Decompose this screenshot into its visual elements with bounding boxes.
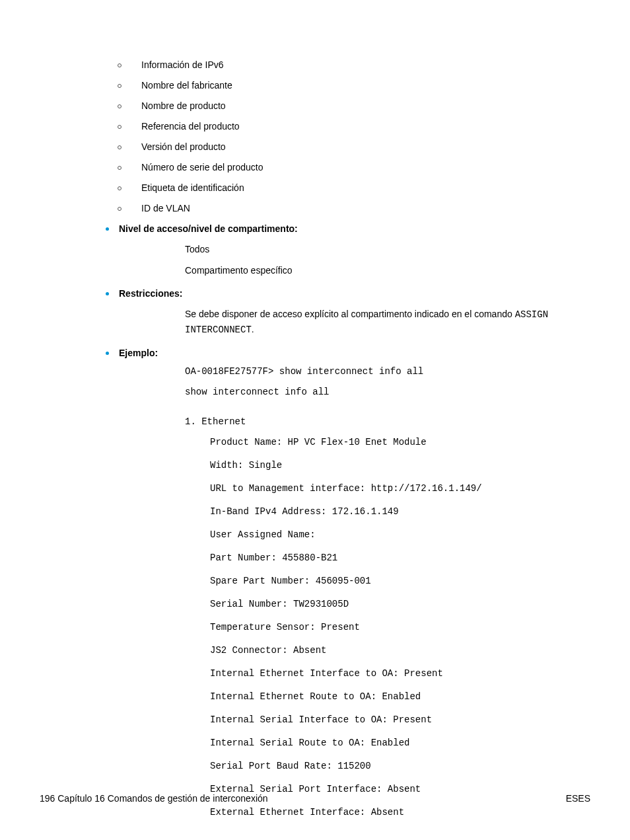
footer-right: ESES: [566, 793, 590, 804]
main-item-access: Nivel de acceso/nivel de compartimento: …: [106, 223, 590, 278]
example-detail: Spare Part Number: 456095-001: [210, 574, 590, 588]
example-detail: Product Name: HP VC Flex-10 Enet Module: [210, 436, 590, 449]
restrictions-content: Se debe disponer de acceso explícito al …: [185, 307, 590, 338]
section-title: Restricciones:: [119, 288, 182, 299]
sub-item-text: Información de IPv6: [141, 59, 224, 70]
example-cmd: OA-0018FE27577F> show interconnect info …: [185, 365, 590, 379]
footer-left: 196 Capítulo 16 Comandos de gestión de i…: [40, 793, 268, 804]
sub-item-text: Etiqueta de identificación: [141, 182, 244, 193]
example-detail: Internal Serial Route to OA: Enabled: [210, 736, 590, 750]
sub-item: Etiqueta de identificación: [118, 182, 590, 193]
sub-item: Referencia del producto: [118, 121, 590, 132]
sub-item-text: Nombre del fabricante: [141, 80, 232, 91]
example-header: 1. Ethernet: [185, 415, 590, 429]
page-content: Información de IPv6 Nombre del fabricant…: [0, 0, 630, 820]
page-footer: 196 Capítulo 16 Comandos de gestión de i…: [40, 793, 590, 804]
sub-item-text: ID de VLAN: [141, 203, 190, 213]
solid-bullet-icon: [106, 292, 109, 295]
restrictions-suffix: .: [252, 324, 254, 334]
example-detail-block: 1. Ethernet Product Name: HP VC Flex-10 …: [185, 415, 590, 820]
sub-item: Nombre de producto: [118, 100, 590, 111]
example-detail: External Ethernet Interface: Absent: [210, 806, 590, 820]
sub-item-text: Nombre de producto: [141, 100, 226, 111]
example-detail: In-Band IPv4 Address: 172.16.1.149: [210, 505, 590, 519]
sub-bullet-list: Información de IPv6 Nombre del fabricant…: [118, 59, 590, 213]
sub-item: Número de serie del producto: [118, 162, 590, 172]
hollow-bullet-icon: [118, 207, 122, 211]
solid-bullet-icon: [106, 227, 109, 231]
access-line: Todos: [185, 242, 590, 256]
example-detail: Width: Single: [210, 459, 590, 473]
access-line: Compartimento específico: [185, 263, 590, 278]
example-detail: Internal Ethernet Route to OA: Enabled: [210, 690, 590, 704]
example-detail: Temperature Sensor: Present: [210, 621, 590, 634]
main-bullet-list: Nivel de acceso/nivel de compartimento: …: [106, 223, 590, 820]
sub-item: ID de VLAN: [118, 203, 590, 213]
hollow-bullet-icon: [118, 63, 122, 67]
hollow-bullet-icon: [118, 125, 122, 129]
example-detail: URL to Management interface: http://172.…: [210, 482, 590, 496]
hollow-bullet-icon: [118, 166, 122, 170]
example-detail: Part Number: 455880-B21: [210, 551, 590, 565]
hollow-bullet-icon: [118, 186, 122, 190]
example-block: OA-0018FE27577F> show interconnect info …: [185, 365, 590, 820]
solid-bullet-icon: [106, 352, 109, 355]
hollow-bullet-icon: [118, 145, 122, 149]
sub-item-text: Número de serie del producto: [141, 162, 263, 172]
restrictions-prefix: Se debe disponer de acceso explícito al …: [185, 309, 515, 319]
example-detail: Internal Serial Interface to OA: Present: [210, 713, 590, 727]
sub-item-text: Versión del producto: [141, 141, 226, 152]
sub-item: Información de IPv6: [118, 59, 590, 70]
example-cmd: show interconnect info all: [185, 385, 590, 399]
example-detail: Serial Number: TW2931005D: [210, 597, 590, 611]
restrictions-text: Se debe disponer de acceso explícito al …: [185, 307, 590, 338]
section-title: Nivel de acceso/nivel de compartimento:: [119, 223, 298, 234]
hollow-bullet-icon: [118, 104, 122, 108]
hollow-bullet-icon: [118, 84, 122, 88]
sub-item: Nombre del fabricante: [118, 80, 590, 91]
main-item-example: Ejemplo: OA-0018FE27577F> show interconn…: [106, 348, 590, 820]
access-content: Todos Compartimento específico: [185, 242, 590, 278]
section-title: Ejemplo:: [119, 348, 158, 358]
example-detail: User Assigned Name:: [210, 528, 590, 542]
sub-item: Versión del producto: [118, 141, 590, 152]
sub-item-text: Referencia del producto: [141, 121, 240, 132]
example-detail: Internal Ethernet Interface to OA: Prese…: [210, 667, 590, 681]
example-detail: JS2 Connector: Absent: [210, 644, 590, 658]
example-detail: Serial Port Baud Rate: 115200: [210, 759, 590, 773]
main-item-restrictions: Restricciones: Se debe disponer de acces…: [106, 288, 590, 338]
